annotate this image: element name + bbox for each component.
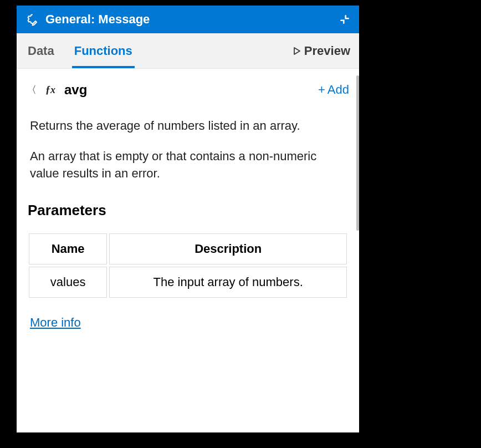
scrollbar-thumb[interactable] xyxy=(356,75,359,231)
add-label: Add xyxy=(328,83,349,97)
more-info-link[interactable]: More info xyxy=(30,315,81,330)
function-name: avg xyxy=(64,82,309,98)
function-header: 〈 ƒx avg + Add xyxy=(27,82,349,98)
col-description: Description xyxy=(109,233,347,264)
table-row: values The input array of numbers. xyxy=(29,267,347,298)
description-paragraph: Returns the average of numbers listed in… xyxy=(30,118,346,135)
description-paragraph: An array that is empty or that contains … xyxy=(30,148,346,182)
plus-icon: + xyxy=(318,83,325,97)
tab-data[interactable]: Data xyxy=(25,34,57,68)
parameters-heading: Parameters xyxy=(27,202,349,219)
function-description: Returns the average of numbers listed in… xyxy=(27,118,349,182)
panel-title: General: Message xyxy=(45,12,332,27)
param-name: values xyxy=(29,267,107,298)
panel: General: Message Data Functions Preview … xyxy=(17,6,359,432)
preview-label: Preview xyxy=(304,44,350,58)
table-header-row: Name Description xyxy=(29,233,347,264)
fx-icon: ƒx xyxy=(45,84,55,96)
param-description: The input array of numbers. xyxy=(109,267,347,298)
parameters-table: Name Description values The input array … xyxy=(27,231,349,300)
content-area: 〈 ƒx avg + Add Returns the average of nu… xyxy=(17,69,359,432)
play-icon xyxy=(293,47,301,55)
add-button[interactable]: + Add xyxy=(318,83,349,97)
settings-edit-icon xyxy=(25,13,39,26)
tab-functions[interactable]: Functions xyxy=(72,34,135,68)
col-name: Name xyxy=(29,233,107,264)
tabbar: Data Functions Preview xyxy=(17,33,359,69)
preview-button[interactable]: Preview xyxy=(293,44,350,58)
collapse-icon[interactable] xyxy=(339,14,350,25)
back-chevron-icon[interactable]: 〈 xyxy=(27,83,37,96)
titlebar: General: Message xyxy=(17,6,359,33)
